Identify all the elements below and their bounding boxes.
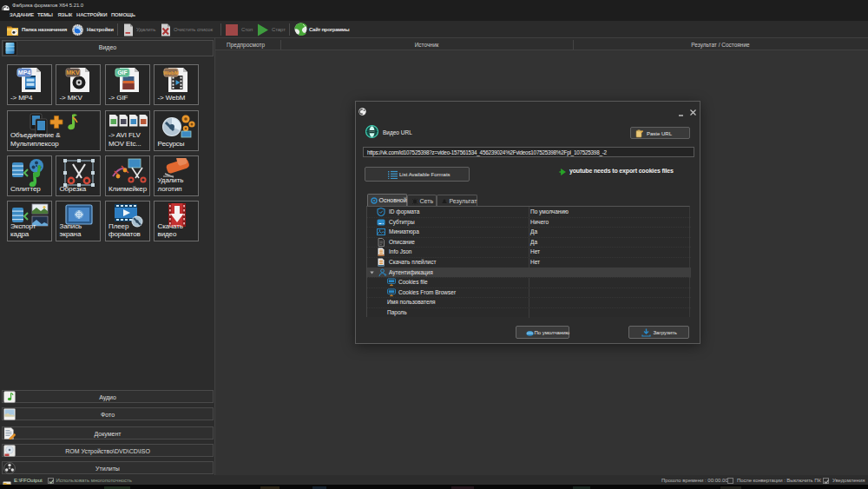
svg-text:WebM: WebM bbox=[163, 69, 179, 76]
svg-text:MP4: MP4 bbox=[17, 69, 30, 76]
svg-text:MKV: MKV bbox=[66, 69, 80, 76]
svg-text:GIF: GIF bbox=[117, 69, 128, 76]
